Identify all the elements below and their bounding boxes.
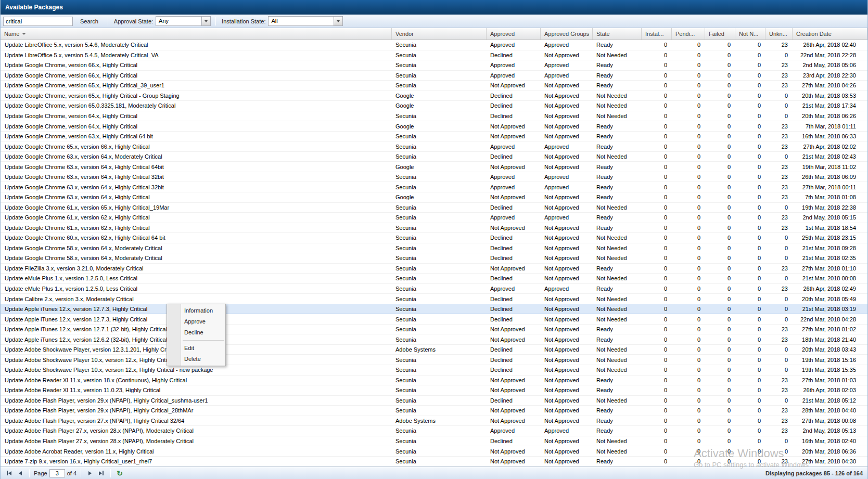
table-row[interactable]: Update Apple iTunes 12.x, version 12.7.3… <box>1 314 867 325</box>
menu-item-edit[interactable]: Edit <box>167 343 225 354</box>
column-header-creation_date[interactable]: Creation Date <box>793 28 867 40</box>
table-row[interactable]: Update Google Chrome, version 65.x, High… <box>1 81 867 91</box>
search-button[interactable]: Search <box>75 17 103 26</box>
menu-item-decline[interactable]: Decline <box>167 327 225 338</box>
cell-failed: 0 <box>705 192 735 202</box>
cell-creation_date: 16th Mar, 2018 02:40 <box>793 436 867 446</box>
table-row[interactable]: Update Google Chrome 63.x, version 64.x,… <box>1 162 867 172</box>
table-row[interactable]: Update Apple iTunes 12.x, version 12.7.3… <box>1 304 867 315</box>
table-row[interactable]: Update Apple iTunes 12.x, version 12.7.1… <box>1 325 867 335</box>
table-row[interactable]: Update Adobe Shockwave Player 10.x, vers… <box>1 365 867 376</box>
cell-installed: 0 <box>642 447 672 456</box>
table-row[interactable]: Update Adobe Flash Player 27.x, version … <box>1 426 867 436</box>
cell-installed: 0 <box>642 376 672 385</box>
cell-state: Not Needed <box>593 436 642 446</box>
column-header-failed[interactable]: Failed <box>705 28 735 40</box>
cell-approved: Declined <box>487 396 541 405</box>
table-row[interactable]: Update Adobe Flash Player, version 27.x … <box>1 416 867 426</box>
cell-not_needed: 0 <box>735 122 765 131</box>
table-row[interactable]: Update Google Chrome 60.x, version 62.x,… <box>1 233 867 243</box>
table-row[interactable]: Update Google Chrome, version 66.x, High… <box>1 60 867 71</box>
column-header-name[interactable]: Name <box>1 28 392 40</box>
table-row[interactable]: Update eMule Plus 1.x, version 1.2.5.0, … <box>1 274 867 284</box>
table-row[interactable]: Update Adobe Acrobat Reader, version 11.… <box>1 446 867 457</box>
table-row[interactable]: Update Google Chrome 61.x, version 62.x,… <box>1 223 867 234</box>
table-row[interactable]: Update Google Chrome 63.x, version 64.x,… <box>1 192 867 203</box>
table-row[interactable]: Update Google Chrome 58.x, version 64.x,… <box>1 243 867 254</box>
menu-item-delete[interactable]: Delete <box>167 354 225 365</box>
table-row[interactable]: Update Google Chrome, version 65.x, High… <box>1 91 867 101</box>
table-row[interactable]: Update Adobe Flash Player, version 29.x … <box>1 406 867 416</box>
column-header-vendor[interactable]: Vendor <box>392 28 487 40</box>
table-row[interactable]: Update Google Chrome, version 64.x, High… <box>1 121 867 132</box>
refresh-button[interactable]: ↻ <box>115 469 124 478</box>
cell-approved: Declined <box>487 50 541 60</box>
cell-failed: 0 <box>705 355 735 365</box>
cell-vendor: Secunia <box>392 294 487 304</box>
table-row[interactable]: Update Google Chrome 63.x, version 64.x,… <box>1 152 867 162</box>
table-row[interactable]: Update Adobe Reader XI 11.x, version 11.… <box>1 385 867 396</box>
prev-page-button[interactable] <box>16 469 25 478</box>
column-header-pending[interactable]: Pendi... <box>672 28 705 40</box>
table-row[interactable]: Update Google Chrome, version 65.0.3325.… <box>1 101 867 111</box>
table-row[interactable]: Update LibreOffice 5.x, version 5.4.6, M… <box>1 40 867 50</box>
last-page-button[interactable] <box>97 469 106 478</box>
table-row[interactable]: Update 7-zip 9.x, version 16.x, Highly C… <box>1 457 867 467</box>
table-row[interactable]: Update Google Chrome 63.x, version 64.x,… <box>1 182 867 192</box>
menu-item-approve[interactable]: Approve <box>167 316 225 327</box>
table-row[interactable]: Update Google Chrome, version 63.x, High… <box>1 132 867 142</box>
column-header-approved[interactable]: Approved <box>487 28 541 40</box>
table-row[interactable]: Update Adobe Shockwave Player, version 1… <box>1 345 867 355</box>
cell-creation_date: 27th Apr, 2018 02:02 <box>793 142 867 151</box>
column-header-state[interactable]: State <box>593 28 642 40</box>
table-row[interactable]: Update FileZilla 3.x, version 3.21.0, Mo… <box>1 264 867 274</box>
next-page-button[interactable] <box>85 469 95 478</box>
column-header-not_needed[interactable]: Not N... <box>735 28 765 40</box>
column-header-approved_groups[interactable]: Approved Groups <box>541 28 593 40</box>
menu-item-information[interactable]: Information <box>167 305 225 316</box>
table-row[interactable]: Update Adobe Reader XI 11.x, version 18.… <box>1 376 867 386</box>
table-row[interactable]: Update Google Chrome, version 66.x, High… <box>1 71 867 81</box>
cell-creation_date: 19th Mar, 2018 11:02 <box>793 162 867 172</box>
cell-creation_date: 21st Mar, 2018 17:34 <box>793 101 867 110</box>
table-row[interactable]: Update eMule Plus 1.x, version 1.2.5.0, … <box>1 284 867 294</box>
table-row[interactable]: Update Google Chrome 58.x, version 64.x,… <box>1 253 867 264</box>
footer-separator <box>81 469 81 477</box>
table-row[interactable]: Update LibreOffice 5.x, version 5.4.5, M… <box>1 50 867 61</box>
cell-creation_date: 7th Mar, 2018 01:08 <box>793 192 867 202</box>
footer-separator <box>29 469 30 477</box>
menu-separator <box>183 340 224 341</box>
table-row[interactable]: Update Google Chrome 61.x, version 65.x,… <box>1 203 867 213</box>
cell-not_needed: 0 <box>735 162 765 172</box>
table-row[interactable]: Update Google Chrome 65.x, version 66.x,… <box>1 141 867 152</box>
cell-approved_groups: Not Approved <box>541 355 593 365</box>
first-page-button[interactable] <box>4 469 14 478</box>
cell-unknown: 23 <box>765 132 793 141</box>
table-row[interactable]: Update Apple iTunes 12.x, version 12.6.2… <box>1 334 867 345</box>
cell-failed: 0 <box>705 91 735 100</box>
table-row[interactable]: Update Google Chrome, version 64.x, High… <box>1 111 867 122</box>
table-row[interactable]: Update Calibre 2.x, version 3.x, Moderat… <box>1 294 867 304</box>
cell-unknown: 23 <box>765 406 793 415</box>
page-input[interactable] <box>49 469 65 477</box>
cell-pending: 0 <box>672 426 705 435</box>
cell-installed: 0 <box>642 111 672 121</box>
table-row[interactable]: Update Adobe Flash Player 27.x, version … <box>1 436 867 447</box>
search-input[interactable] <box>3 17 73 26</box>
chevron-down-icon[interactable] <box>334 17 342 25</box>
table-row[interactable]: Update Google Chrome 63.x, version 64.x,… <box>1 172 867 183</box>
table-row[interactable]: Update Google Chrome 61.x, version 62.x,… <box>1 213 867 223</box>
installation-state-select[interactable]: All <box>268 16 343 26</box>
chevron-down-icon[interactable] <box>201 17 210 25</box>
column-header-installed[interactable]: Instal... <box>642 28 672 40</box>
cell-vendor: Secunia <box>392 71 487 80</box>
table-row[interactable]: Update Adobe Flash Player, version 29.x … <box>1 396 867 406</box>
table-row[interactable]: Update Adobe Shockwave Player 10.x, vers… <box>1 355 867 365</box>
cell-failed: 0 <box>705 264 735 273</box>
toolbar-separator <box>108 17 108 25</box>
approval-state-select[interactable]: Any <box>156 16 211 26</box>
cell-state: Not Needed <box>593 315 642 324</box>
cell-failed: 0 <box>705 183 735 192</box>
column-header-unknown[interactable]: Unkn... <box>765 28 793 40</box>
page-count-label: of 4 <box>67 470 76 476</box>
